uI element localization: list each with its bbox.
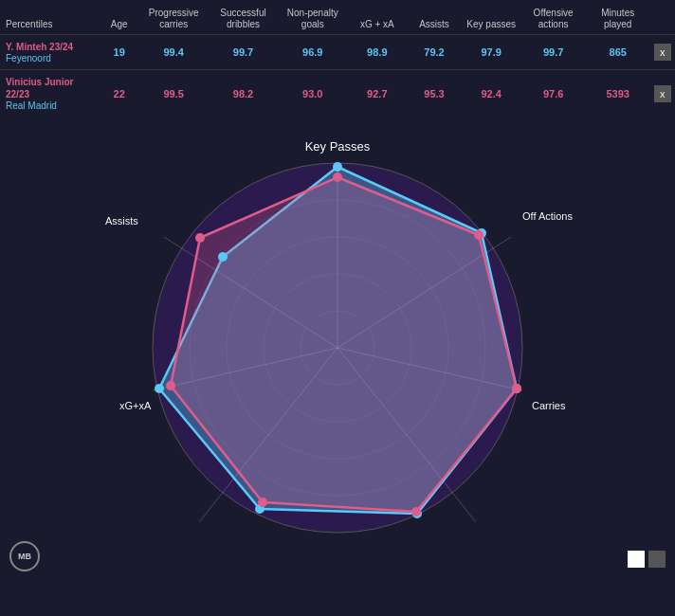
- header-assists: Assists: [407, 4, 462, 35]
- player1-close-cell: x: [650, 35, 675, 70]
- player2-name: Vinicius Junior 22/23: [6, 76, 98, 100]
- label-key-passes: Key Passes: [305, 139, 371, 154]
- player2-point-xgxa: [166, 381, 175, 390]
- player2-succ-drib: 98.2: [209, 70, 278, 118]
- player2-close-cell: x: [650, 70, 675, 118]
- label-off-actions: Off Actions: [522, 210, 573, 222]
- player1-succ-drib: 99.7: [209, 35, 278, 70]
- label-xgxa: xG+xA: [119, 400, 152, 411]
- player2-npg: 93.0: [278, 70, 347, 118]
- player2-minutes: 5393: [586, 70, 650, 118]
- radar-chart-container: Key Passes Off Actions Carries Dribbles …: [0, 120, 675, 575]
- player1-team: Feyenoord: [6, 53, 98, 63]
- player1-minutes: 865: [586, 35, 650, 70]
- player2-close-button[interactable]: x: [654, 85, 671, 102]
- header-offensive-actions: Offensive actions: [521, 4, 586, 35]
- header-age: Age: [100, 4, 139, 35]
- player1-xgxa: 98.9: [347, 35, 407, 70]
- label-assists: Assists: [105, 215, 138, 226]
- color-box-white[interactable]: [628, 551, 645, 568]
- player1-point-ast: [218, 252, 228, 262]
- table-row: Y. Minteh 23/24 Feyenoord 19 99.4 99.7 9…: [0, 35, 675, 70]
- label-carries: Carries: [532, 400, 566, 411]
- player1-npg: 96.9: [278, 35, 347, 70]
- player2-info: Vinicius Junior 22/23 Real Madrid: [0, 70, 100, 118]
- player2-key-passes: 92.4: [462, 70, 521, 118]
- player2-point-kp: [333, 172, 342, 182]
- player2-point-ast: [195, 233, 205, 243]
- header-non-penalty-goals: Non-penalty goals: [278, 4, 347, 35]
- player1-info: Y. Minteh 23/24 Feyenoord: [0, 35, 100, 70]
- player2-point-dr: [411, 507, 421, 516]
- header-percentiles: Percentiles: [0, 4, 100, 35]
- player2-off-actions: 97.6: [521, 70, 586, 118]
- player2-point-npg: [258, 498, 267, 507]
- player1-off-actions: 99.7: [521, 35, 586, 70]
- header-progressive-carries: Progressive carries: [139, 4, 209, 35]
- player2-prog-carries: 99.5: [139, 70, 209, 118]
- header-successful-dribbles: Successful dribbles: [209, 4, 278, 35]
- header-xg-xa: xG + xA: [347, 4, 407, 35]
- header-key-passes: Key passes: [462, 4, 521, 35]
- color-box-dark[interactable]: [648, 551, 666, 568]
- player1-key-passes: 97.9: [462, 35, 521, 70]
- player2-point-oa: [474, 230, 483, 240]
- player2-point-ca: [512, 384, 521, 393]
- player1-point-xgxa: [155, 384, 164, 393]
- bottom-bar: MB: [0, 537, 675, 575]
- player2-xgxa: 92.7: [347, 70, 407, 118]
- player2-assists: 95.3: [407, 70, 462, 118]
- player1-name: Y. Minteh 23/24: [6, 41, 98, 53]
- player2-age: 22: [100, 70, 139, 118]
- player1-close-button[interactable]: x: [654, 44, 671, 61]
- player1-age: 19: [100, 35, 139, 70]
- player1-prog-carries: 99.4: [139, 35, 209, 70]
- player2-team: Real Madrid: [6, 100, 98, 111]
- player1-assists: 79.2: [407, 35, 462, 70]
- stats-table: Percentiles Age Progressive carries Succ…: [0, 4, 675, 117]
- header-minutes-played: Minutes played: [586, 4, 650, 35]
- header-close: [650, 4, 675, 35]
- logo: MB: [9, 541, 40, 571]
- radar-chart: Key Passes Off Actions Carries Dribbles …: [100, 130, 575, 566]
- table-row: Vinicius Junior 22/23 Real Madrid 22 99.…: [0, 70, 675, 118]
- color-boxes: [628, 551, 666, 568]
- stats-table-container: Percentiles Age Progressive carries Succ…: [0, 0, 675, 120]
- player1-point-kp: [333, 162, 342, 172]
